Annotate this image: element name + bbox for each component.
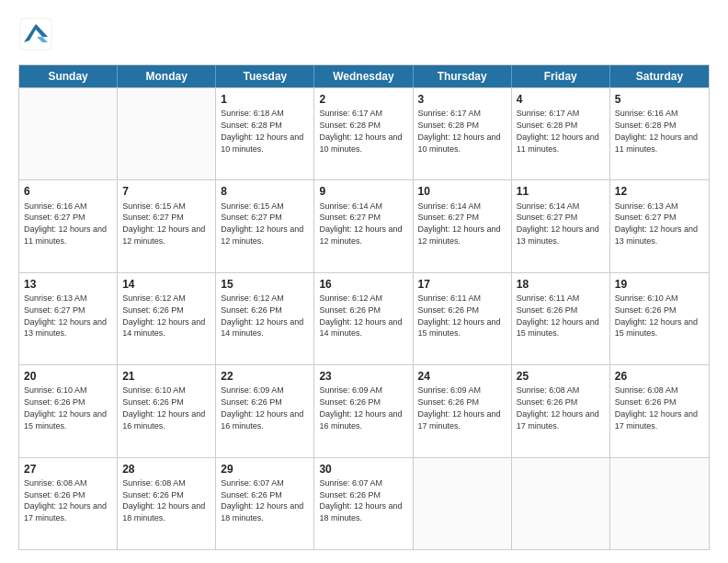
- calendar-cell-4-5: 24Sunrise: 6:09 AM Sunset: 6:26 PM Dayli…: [414, 365, 512, 456]
- calendar-cell-5-7: [610, 458, 709, 549]
- logo: [18, 17, 57, 55]
- calendar-cell-1-4: 2Sunrise: 6:17 AM Sunset: 6:28 PM Daylig…: [314, 88, 413, 179]
- calendar-header-sunday: Sunday: [19, 65, 118, 87]
- day-number: 26: [615, 369, 704, 384]
- cell-info: Sunrise: 6:11 AM Sunset: 6:26 PM Dayligh…: [418, 293, 501, 338]
- cell-info: Sunrise: 6:08 AM Sunset: 6:26 PM Dayligh…: [24, 478, 107, 523]
- calendar-cell-4-3: 22Sunrise: 6:09 AM Sunset: 6:26 PM Dayli…: [216, 365, 314, 456]
- calendar-cell-2-7: 12Sunrise: 6:13 AM Sunset: 6:27 PM Dayli…: [610, 180, 709, 271]
- cell-info: Sunrise: 6:17 AM Sunset: 6:28 PM Dayligh…: [418, 109, 501, 153]
- day-number: 29: [221, 462, 309, 477]
- cell-info: Sunrise: 6:09 AM Sunset: 6:26 PM Dayligh…: [418, 385, 501, 430]
- calendar-cell-1-3: 1Sunrise: 6:18 AM Sunset: 6:28 PM Daylig…: [216, 88, 314, 179]
- calendar-cell-5-2: 28Sunrise: 6:08 AM Sunset: 6:26 PM Dayli…: [118, 458, 216, 549]
- day-number: 21: [122, 369, 210, 384]
- calendar-cell-3-2: 14Sunrise: 6:12 AM Sunset: 6:26 PM Dayli…: [118, 273, 216, 364]
- calendar-cell-5-5: [414, 458, 512, 549]
- cell-info: Sunrise: 6:14 AM Sunset: 6:27 PM Dayligh…: [418, 201, 501, 246]
- day-number: 1: [221, 92, 309, 107]
- calendar-cell-2-1: 6Sunrise: 6:16 AM Sunset: 6:27 PM Daylig…: [19, 180, 118, 271]
- calendar-week-4: 20Sunrise: 6:10 AM Sunset: 6:26 PM Dayli…: [19, 364, 709, 456]
- calendar-header-monday: Monday: [118, 65, 216, 87]
- cell-info: Sunrise: 6:16 AM Sunset: 6:27 PM Dayligh…: [24, 201, 107, 246]
- calendar-cell-3-7: 19Sunrise: 6:10 AM Sunset: 6:26 PM Dayli…: [610, 273, 709, 364]
- calendar-cell-1-7: 5Sunrise: 6:16 AM Sunset: 6:28 PM Daylig…: [610, 88, 709, 179]
- page: SundayMondayTuesdayWednesdayThursdayFrid…: [0, 0, 728, 563]
- day-number: 9: [319, 184, 407, 199]
- cell-info: Sunrise: 6:12 AM Sunset: 6:26 PM Dayligh…: [319, 293, 402, 338]
- day-number: 8: [221, 184, 309, 199]
- calendar-week-1: 1Sunrise: 6:18 AM Sunset: 6:28 PM Daylig…: [19, 87, 709, 179]
- day-number: 23: [319, 369, 407, 384]
- cell-info: Sunrise: 6:11 AM Sunset: 6:26 PM Dayligh…: [517, 293, 599, 338]
- calendar-header-wednesday: Wednesday: [314, 65, 413, 87]
- calendar: SundayMondayTuesdayWednesdayThursdayFrid…: [18, 64, 710, 550]
- calendar-header-friday: Friday: [512, 65, 610, 87]
- cell-info: Sunrise: 6:14 AM Sunset: 6:27 PM Dayligh…: [517, 201, 599, 246]
- day-number: 30: [319, 462, 407, 477]
- calendar-cell-4-4: 23Sunrise: 6:09 AM Sunset: 6:26 PM Dayli…: [314, 365, 413, 456]
- calendar-cell-4-7: 26Sunrise: 6:08 AM Sunset: 6:26 PM Dayli…: [610, 365, 709, 456]
- calendar-cell-4-2: 21Sunrise: 6:10 AM Sunset: 6:26 PM Dayli…: [118, 365, 216, 456]
- day-number: 12: [615, 184, 704, 199]
- cell-info: Sunrise: 6:13 AM Sunset: 6:27 PM Dayligh…: [615, 201, 698, 246]
- calendar-cell-5-1: 27Sunrise: 6:08 AM Sunset: 6:26 PM Dayli…: [19, 458, 118, 549]
- svg-rect-0: [20, 18, 51, 50]
- calendar-cell-2-2: 7Sunrise: 6:15 AM Sunset: 6:27 PM Daylig…: [118, 180, 216, 271]
- cell-info: Sunrise: 6:09 AM Sunset: 6:26 PM Dayligh…: [221, 385, 303, 430]
- calendar-cell-1-6: 4Sunrise: 6:17 AM Sunset: 6:28 PM Daylig…: [512, 88, 610, 179]
- day-number: 5: [615, 92, 704, 107]
- cell-info: Sunrise: 6:10 AM Sunset: 6:26 PM Dayligh…: [24, 385, 107, 430]
- calendar-header-saturday: Saturday: [610, 65, 709, 87]
- calendar-cell-3-1: 13Sunrise: 6:13 AM Sunset: 6:27 PM Dayli…: [19, 273, 118, 364]
- calendar-cell-3-3: 15Sunrise: 6:12 AM Sunset: 6:26 PM Dayli…: [216, 273, 314, 364]
- calendar-week-2: 6Sunrise: 6:16 AM Sunset: 6:27 PM Daylig…: [19, 179, 709, 271]
- day-number: 28: [122, 462, 210, 477]
- cell-info: Sunrise: 6:13 AM Sunset: 6:27 PM Dayligh…: [24, 293, 107, 338]
- logo-icon: [18, 17, 53, 52]
- day-number: 13: [24, 277, 112, 292]
- cell-info: Sunrise: 6:10 AM Sunset: 6:26 PM Dayligh…: [122, 385, 205, 430]
- cell-info: Sunrise: 6:14 AM Sunset: 6:27 PM Dayligh…: [319, 201, 402, 246]
- day-number: 7: [122, 184, 210, 199]
- day-number: 27: [24, 462, 112, 477]
- calendar-cell-1-2: [118, 88, 216, 179]
- cell-info: Sunrise: 6:15 AM Sunset: 6:27 PM Dayligh…: [221, 201, 303, 246]
- cell-info: Sunrise: 6:15 AM Sunset: 6:27 PM Dayligh…: [122, 201, 205, 246]
- cell-info: Sunrise: 6:17 AM Sunset: 6:28 PM Dayligh…: [319, 109, 402, 153]
- calendar-body: 1Sunrise: 6:18 AM Sunset: 6:28 PM Daylig…: [19, 87, 709, 549]
- day-number: 6: [24, 184, 112, 199]
- calendar-cell-2-4: 9Sunrise: 6:14 AM Sunset: 6:27 PM Daylig…: [314, 180, 413, 271]
- day-number: 20: [24, 369, 112, 384]
- cell-info: Sunrise: 6:08 AM Sunset: 6:26 PM Dayligh…: [122, 478, 205, 523]
- cell-info: Sunrise: 6:16 AM Sunset: 6:28 PM Dayligh…: [615, 109, 698, 153]
- cell-info: Sunrise: 6:12 AM Sunset: 6:26 PM Dayligh…: [221, 293, 303, 338]
- calendar-cell-1-5: 3Sunrise: 6:17 AM Sunset: 6:28 PM Daylig…: [414, 88, 512, 179]
- calendar-cell-2-5: 10Sunrise: 6:14 AM Sunset: 6:27 PM Dayli…: [414, 180, 512, 271]
- calendar-week-3: 13Sunrise: 6:13 AM Sunset: 6:27 PM Dayli…: [19, 272, 709, 364]
- day-number: 18: [517, 277, 605, 292]
- cell-info: Sunrise: 6:17 AM Sunset: 6:28 PM Dayligh…: [517, 109, 599, 153]
- calendar-cell-4-1: 20Sunrise: 6:10 AM Sunset: 6:26 PM Dayli…: [19, 365, 118, 456]
- calendar-cell-2-3: 8Sunrise: 6:15 AM Sunset: 6:27 PM Daylig…: [216, 180, 314, 271]
- calendar-header-row: SundayMondayTuesdayWednesdayThursdayFrid…: [19, 65, 709, 87]
- cell-info: Sunrise: 6:08 AM Sunset: 6:26 PM Dayligh…: [615, 385, 698, 430]
- day-number: 2: [319, 92, 407, 107]
- cell-info: Sunrise: 6:07 AM Sunset: 6:26 PM Dayligh…: [319, 478, 402, 523]
- calendar-header-thursday: Thursday: [414, 65, 512, 87]
- calendar-cell-2-6: 11Sunrise: 6:14 AM Sunset: 6:27 PM Dayli…: [512, 180, 610, 271]
- day-number: 19: [615, 277, 704, 292]
- day-number: 11: [517, 184, 605, 199]
- day-number: 22: [221, 369, 309, 384]
- calendar-cell-3-4: 16Sunrise: 6:12 AM Sunset: 6:26 PM Dayli…: [314, 273, 413, 364]
- calendar-cell-3-5: 17Sunrise: 6:11 AM Sunset: 6:26 PM Dayli…: [414, 273, 512, 364]
- cell-info: Sunrise: 6:08 AM Sunset: 6:26 PM Dayligh…: [517, 385, 599, 430]
- calendar-cell-5-6: [512, 458, 610, 549]
- calendar-cell-5-4: 30Sunrise: 6:07 AM Sunset: 6:26 PM Dayli…: [314, 458, 413, 549]
- day-number: 10: [418, 184, 506, 199]
- cell-info: Sunrise: 6:07 AM Sunset: 6:26 PM Dayligh…: [221, 478, 303, 523]
- day-number: 15: [221, 277, 309, 292]
- calendar-cell-4-6: 25Sunrise: 6:08 AM Sunset: 6:26 PM Dayli…: [512, 365, 610, 456]
- cell-info: Sunrise: 6:10 AM Sunset: 6:26 PM Dayligh…: [615, 293, 698, 338]
- day-number: 14: [122, 277, 210, 292]
